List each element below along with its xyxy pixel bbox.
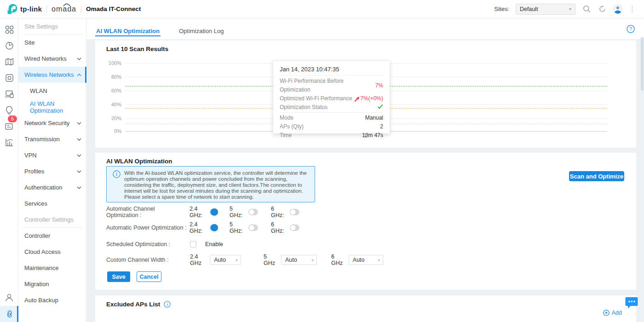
user-avatar[interactable] <box>613 5 622 14</box>
power-5ghz-toggle[interactable] <box>248 224 259 231</box>
scan-results-card: Last 10 Scan Results 100% 80% 60% 40% 20… <box>95 40 636 148</box>
chevron-down-icon <box>77 138 81 141</box>
map-icon <box>5 58 14 66</box>
sidebar-item-services[interactable]: Services <box>18 196 86 212</box>
width-5ghz-select[interactable]: Auto▾ <box>281 255 317 265</box>
time-value: 13m 47s <box>362 131 383 140</box>
tab-optimization-log[interactable]: Optimization Log <box>178 28 225 39</box>
sidebar-item-transmission[interactable]: Transmission <box>18 131 86 147</box>
sidebar-item-migration[interactable]: Migration <box>18 276 86 292</box>
site-select[interactable]: Default ▾ <box>516 4 575 15</box>
rail-item-reports[interactable] <box>0 134 18 150</box>
icon-rail: 5 <box>0 18 18 322</box>
rail-item-clients[interactable] <box>0 86 18 102</box>
tplink-logo: tp-link <box>6 3 42 15</box>
tooltip-row-after: Optimized Wi-Fi Performance 7%(+0%) <box>280 94 383 103</box>
channel-6ghz-toggle[interactable] <box>290 209 300 215</box>
excluded-aps-card: Excluded APs List Add <box>95 295 636 322</box>
rail-item-dashboard[interactable] <box>0 22 18 38</box>
sidebar-item-authentication[interactable]: Authentication <box>18 179 86 196</box>
chevron-down-icon <box>77 58 81 60</box>
app-header: tp-link omada Omada IT-Connect Sites: De… <box>0 0 644 18</box>
optimization-heading: AI WLAN Optimization <box>106 158 172 165</box>
rail-item-settings[interactable] <box>0 306 18 322</box>
plus-circle-icon <box>603 310 610 316</box>
devices-icon <box>5 74 14 82</box>
help-icon[interactable]: ? <box>627 25 635 34</box>
product-name: Omada IT-Connect <box>86 6 141 12</box>
sidebar-item-site[interactable]: Site <box>18 34 86 51</box>
pie-chart-icon <box>5 41 14 50</box>
width-6ghz-select[interactable]: Auto▾ <box>349 255 383 265</box>
svg-text:?: ? <box>629 26 632 32</box>
clients-icon <box>5 90 14 98</box>
before-value: 7% <box>375 81 383 90</box>
sidebar-item-vpn[interactable]: VPN <box>18 147 86 163</box>
channel-width-row: Custom Channel Width : 2.4 GHz Auto▾ 5 G… <box>106 256 188 264</box>
chevron-down-icon <box>77 154 81 157</box>
width-24ghz-select[interactable]: Auto▾ <box>210 255 241 265</box>
sidebar-item-auto-backup[interactable]: Auto Backup <box>18 292 86 308</box>
sidebar-item-wlan[interactable]: WLAN <box>18 83 86 99</box>
info-box: With the AI-based WLAN optimization serv… <box>106 166 315 202</box>
channel-24ghz-toggle[interactable] <box>210 209 218 215</box>
tplink-logo-icon <box>6 3 18 15</box>
bar-chart-icon <box>5 138 14 147</box>
sidebar-section-controller-settings: Controller Settings <box>18 212 86 228</box>
brand-area: tp-link omada Omada IT-Connect <box>0 3 141 15</box>
chevron-down-icon <box>77 122 81 125</box>
y-tick: 80% <box>103 74 121 80</box>
rail-item-map[interactable] <box>0 54 18 70</box>
tooltip-row-mode: Mode Manual <box>280 114 383 122</box>
sidebar-item-wireless-networks[interactable]: Wireless Networks <box>18 67 86 83</box>
rail-item-devices[interactable] <box>0 70 18 86</box>
channel-optimization-label: Automatic Channel Optimization : <box>106 206 188 218</box>
check-icon <box>377 104 383 109</box>
header-right: Sites: Default ▾ ⋮ <box>494 4 644 15</box>
rail-item-logs[interactable]: 5 <box>0 118 18 134</box>
info-icon[interactable] <box>164 301 171 308</box>
sites-label: Sites: <box>494 6 509 12</box>
sidebar-nav: Site Settings Site Wired Networks Wirele… <box>18 18 86 322</box>
channel-width-label: Custom Channel Width : <box>106 257 188 263</box>
notification-badge: 5 <box>8 115 17 122</box>
chevron-down-icon <box>77 170 81 173</box>
sidebar-item-network-security[interactable]: Network Security <box>18 115 86 131</box>
scrollbar-thumb[interactable] <box>641 38 644 91</box>
refresh-icon[interactable] <box>598 5 607 14</box>
sidebar-item-wired-networks[interactable]: Wired Networks <box>18 51 86 67</box>
tooltip-row-aps: APs (Qty) 2 <box>280 122 383 131</box>
sidebar-item-cloud-access[interactable]: Cloud Access <box>18 244 86 260</box>
tooltip-timestamp: Jan 14, 2023 10:47:35 <box>280 63 383 75</box>
channel-5ghz-toggle[interactable] <box>248 209 259 215</box>
y-tick: 40% <box>103 102 121 107</box>
sidebar-item-profiles[interactable]: Profiles <box>18 163 86 179</box>
cancel-button[interactable]: Cancel <box>137 271 161 282</box>
sidebar-item-maintenance[interactable]: Maintenance <box>18 260 86 276</box>
power-24ghz-toggle[interactable] <box>210 224 218 231</box>
tab-ai-wlan-optimization[interactable]: AI WLAN Optimization <box>95 28 161 39</box>
divider <box>81 6 81 13</box>
divider <box>46 6 47 13</box>
scan-and-optimize-button[interactable]: Scan and Optimize <box>569 171 624 181</box>
divider <box>280 112 383 113</box>
scan-results-title: Last 10 Scan Results <box>106 46 168 52</box>
chevron-up-icon <box>77 74 81 76</box>
sidebar-item-controller[interactable]: Controller <box>18 228 86 244</box>
power-6ghz-toggle[interactable] <box>290 224 300 231</box>
rail-item-statistics[interactable] <box>0 38 18 54</box>
omada-arc-icon <box>63 3 71 6</box>
chat-bubble-button[interactable] <box>625 295 638 310</box>
mode-value: Manual <box>365 114 383 122</box>
enable-checkbox[interactable] <box>190 241 196 247</box>
rail-item-account[interactable] <box>0 290 18 306</box>
save-button[interactable]: Save <box>107 271 130 282</box>
search-icon[interactable] <box>582 5 591 14</box>
tooltip-row-status: Optimization Status <box>280 103 383 112</box>
trend-up-icon <box>354 96 360 102</box>
dashboard-icon <box>5 25 14 34</box>
add-button[interactable]: Add <box>603 310 622 316</box>
kebab-menu-icon[interactable]: ⋮ <box>629 5 636 13</box>
sidebar-item-ai-wlan-optimization[interactable]: AI WLAN Optimization <box>18 99 86 115</box>
scrollbar[interactable] <box>640 37 644 322</box>
